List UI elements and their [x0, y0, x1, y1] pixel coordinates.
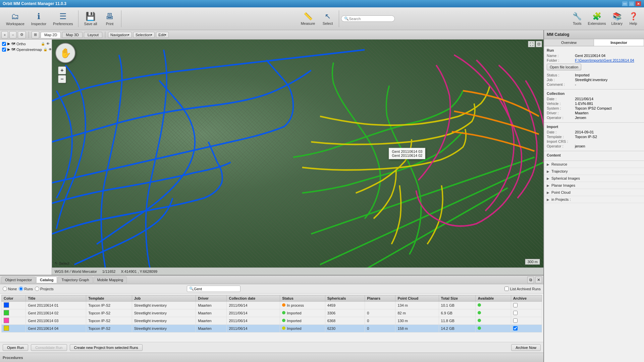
filter-search-input[interactable] [194, 287, 237, 291]
help-button[interactable]: ❓ Help [625, 11, 641, 27]
layer-lock-icon-2[interactable]: 🔒 [43, 48, 47, 51]
col-archive[interactable]: Archive [511, 295, 542, 302]
map-compass[interactable]: ✋ [55, 43, 75, 63]
col-status[interactable]: Status [280, 295, 325, 302]
filter-search-box[interactable]: 🔍 [187, 286, 240, 292]
radio-runs[interactable] [19, 287, 23, 291]
restore-button[interactable]: □ [629, 1, 635, 6]
create-project-button[interactable]: Create new Project from selected Runs [70, 344, 143, 351]
collapse-button[interactable]: ⊡ [536, 41, 542, 47]
col-sphericals[interactable]: Sphericals [325, 295, 365, 302]
table-row[interactable]: Gent 20110614 03Topcon IP-S2Streetlight … [2, 317, 542, 325]
col-color[interactable]: Color [2, 295, 26, 302]
radio-projects[interactable] [35, 287, 39, 291]
layer-osm-checkbox[interactable] [2, 48, 6, 52]
col-total-size[interactable]: Total Size [439, 295, 476, 302]
radio-projects-label[interactable]: Projects [35, 287, 54, 291]
col-date[interactable]: Collection date [227, 295, 280, 302]
archive-row-checkbox[interactable] [513, 311, 518, 315]
catalog-item-trajectory[interactable]: ▶ Trajectory [544, 168, 644, 175]
workspace-button[interactable]: 🗂 Workspace [3, 10, 28, 27]
run-status-value: Imported [575, 73, 641, 77]
layer-lock-icon[interactable]: 🔒 [41, 42, 45, 46]
archive-checkbox[interactable] [504, 287, 509, 291]
col-point-cloud[interactable]: Point Cloud [395, 295, 439, 302]
run-status-row: Status : Imported [547, 73, 641, 77]
col-available[interactable]: Available [476, 295, 511, 302]
select-button[interactable]: ↖ Select [318, 11, 337, 27]
open-file-location-button[interactable]: Open file location [547, 64, 581, 70]
col-template[interactable]: Template [86, 295, 132, 302]
selection-dropdown[interactable]: Selection [133, 32, 155, 38]
rtab-inspector[interactable]: Inspector [594, 39, 644, 46]
library-button[interactable]: 📚 Library [608, 11, 625, 27]
table-row[interactable]: Gent 20110614 02Topcon IP-S2Streetlight … [2, 309, 542, 317]
settings-button[interactable]: ⚙ [18, 31, 26, 39]
layer-item-ortho[interactable]: ▶ 🗺 Ortho 🔒 👁 [1, 41, 50, 47]
expand-button[interactable]: ⛶ [528, 41, 535, 47]
radio-none[interactable] [3, 287, 7, 291]
archive-now-button[interactable]: Archive Now [511, 344, 541, 351]
layer-ortho-checkbox[interactable] [2, 42, 6, 46]
edit-dropdown[interactable]: Edit [156, 32, 169, 38]
tools-button[interactable]: 🔧 Tools [569, 11, 585, 27]
main-search-input[interactable] [349, 17, 392, 21]
inspector-button[interactable]: ℹ Inspector [28, 10, 50, 27]
layer-ortho-name: Ortho [16, 42, 40, 46]
zoom-out-button[interactable]: − [58, 75, 66, 83]
catalog-item-pointcloud[interactable]: ▶ Point Cloud [544, 189, 644, 196]
navigation-dropdown[interactable]: Navigation [108, 32, 132, 38]
tab-object-inspector[interactable]: Object Inspector [1, 277, 36, 283]
catalog-item-projects[interactable]: ▶ in Projects : [544, 196, 644, 203]
measure-button[interactable]: 📏 Measure [298, 11, 319, 27]
print-button[interactable]: 🖶 Print [101, 10, 119, 27]
layer-vis-icon[interactable]: 👁 [46, 42, 50, 46]
minimize-button[interactable]: — [622, 1, 628, 6]
catalog-item-spherical[interactable]: ▶ Spherical Images [544, 175, 644, 182]
layer-vis-icon-2[interactable]: 👁 [49, 48, 52, 51]
zoom-in-button[interactable]: + [58, 66, 66, 74]
add-button[interactable]: + [1, 31, 8, 39]
radio-none-label[interactable]: None [3, 287, 17, 291]
open-run-button[interactable]: Open Run [3, 344, 28, 351]
main-search-box[interactable]: 🔍 [341, 15, 395, 22]
archive-check-group[interactable]: List Archived Runs [504, 287, 541, 291]
save-all-button[interactable]: 💾 Save all [80, 10, 100, 27]
layout-tab[interactable]: Layout [84, 32, 102, 38]
catalog-item-resource[interactable]: ▶ Resource [544, 161, 644, 168]
color-swatch [4, 302, 9, 308]
cell-archive[interactable] [511, 325, 542, 333]
col-driver[interactable]: Driver [196, 295, 227, 302]
radio-runs-label[interactable]: Runs [19, 287, 33, 291]
tab-mobile-mapping[interactable]: Mobile Mapping [94, 277, 127, 283]
consolidate-run-button[interactable]: Consolidate Run [31, 344, 67, 351]
panel-detach-button[interactable]: ⧉ [527, 277, 534, 283]
archive-row-checkbox[interactable] [513, 303, 518, 307]
cell-archive[interactable] [511, 309, 542, 317]
archive-row-checkbox[interactable] [513, 326, 518, 330]
minus-button[interactable]: − [9, 31, 16, 39]
cell-archive[interactable] [511, 302, 542, 309]
table-row[interactable]: Gent 20110614 04Topcon IP-S2Streetlight … [2, 325, 542, 333]
cell-archive[interactable] [511, 317, 542, 325]
preferences-button[interactable]: ☰ Preferences [50, 10, 76, 27]
panel-close-button[interactable]: ✕ [535, 277, 542, 283]
col-job[interactable]: Job [132, 295, 196, 302]
run-folder-value[interactable]: F:\Geom\Imports\Gent 20110614 04 [575, 58, 641, 62]
extensions-button[interactable]: 🧩 Extensions [585, 11, 609, 27]
table-row[interactable]: Gent 20110614 01Topcon IP-S2Streetlight … [2, 302, 542, 309]
catalog-item-planar[interactable]: ▶ Planar Images [544, 182, 644, 189]
tab-trajectory-graph[interactable]: Trajectory Graph [58, 277, 93, 283]
col-planars[interactable]: Planars [365, 295, 395, 302]
map-container[interactable]: ✋ + − ⛶ ⊡ Gent 20110614 03 Gent 20110614… [52, 40, 543, 275]
layer-item-osm[interactable]: ▶ 🗺 Openstreetmap 🔒 👁 [1, 47, 50, 52]
map2d-tab[interactable]: Map 2D [41, 32, 61, 38]
tab-catalog[interactable]: Catalog [36, 277, 57, 283]
rtab-overview[interactable]: Overview [544, 39, 594, 46]
map3d-tab[interactable]: Map 3D [62, 32, 83, 38]
archive-row-checkbox[interactable] [513, 318, 518, 323]
grid-button[interactable]: ⊞ [32, 31, 39, 39]
col-title[interactable]: Title [26, 295, 86, 302]
close-button[interactable]: ✕ [635, 1, 641, 6]
collection-vehicle-row: Vehicle : 1-EVN-881 [547, 102, 641, 106]
